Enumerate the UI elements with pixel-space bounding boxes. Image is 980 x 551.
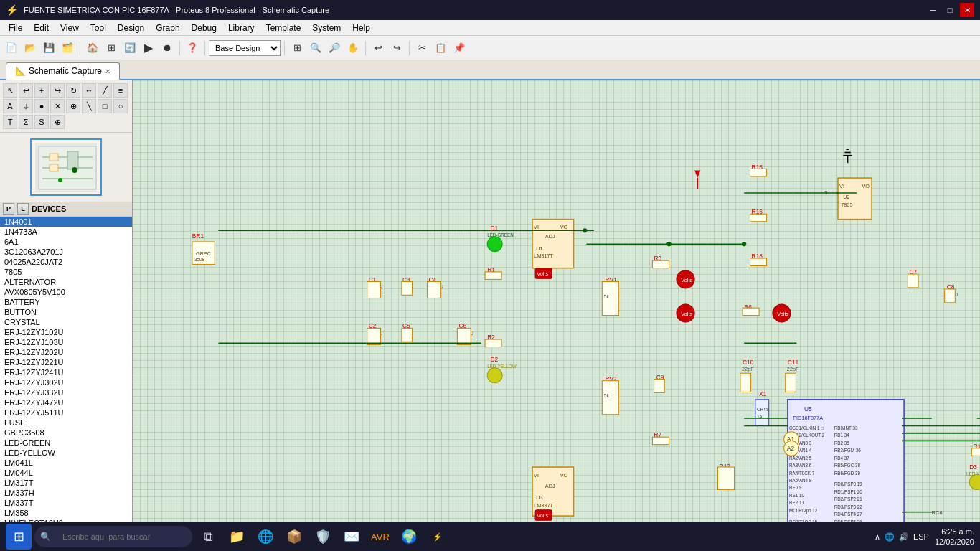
device-item[interactable]: 04025A220JAT2 <box>0 257 132 267</box>
junction-tool[interactable]: ● <box>34 99 49 113</box>
file-explorer-icon[interactable]: 📁 <box>225 525 248 548</box>
search-bar[interactable]: 🔍 <box>34 526 192 547</box>
device-item[interactable]: LM044L <box>0 468 132 478</box>
device-item[interactable]: ERJ-12ZYJ332U <box>0 387 132 397</box>
start-button[interactable]: ⊞ <box>6 524 32 550</box>
no-connect-tool[interactable]: ✕ <box>50 99 65 113</box>
device-item[interactable]: GBPC3508 <box>0 428 132 438</box>
rotate-cw-tool[interactable]: ↻ <box>66 83 80 98</box>
zoom-fit[interactable]: ⊞ <box>288 39 306 57</box>
redo-tool[interactable]: ↪ <box>50 83 65 98</box>
design-dropdown[interactable]: Base Design <box>209 40 281 56</box>
schematic-canvas[interactable]: BR1 GBPC 3508 C1 4700U C2 4700U C3 100n … <box>133 80 980 531</box>
device-item[interactable]: 3C12063A2701J <box>0 247 132 257</box>
grid-btn[interactable]: ⊞ <box>103 39 120 57</box>
device-item[interactable]: LM041L <box>0 458 132 468</box>
bus-tool[interactable]: ≡ <box>113 83 128 98</box>
task-view-btn[interactable]: ⧉ <box>197 525 220 548</box>
pan-btn[interactable]: ✋ <box>344 39 362 57</box>
device-item[interactable]: CRYSTAL <box>0 317 132 327</box>
home-btn[interactable]: 🏠 <box>84 39 101 57</box>
symbol-tool[interactable]: Σ <box>19 115 33 129</box>
open-btn[interactable]: 📂 <box>22 39 39 57</box>
schematic-tab[interactable]: 📐 Schematic Capture ✕ <box>6 62 120 80</box>
script-tool[interactable]: S <box>34 115 49 129</box>
device-item[interactable]: ALTERNATOR <box>0 277 132 287</box>
device-item[interactable]: 1N4001 <box>0 217 132 227</box>
zoom-out[interactable]: 🔎 <box>326 39 343 57</box>
copy-btn[interactable]: 📋 <box>432 39 449 57</box>
device-item[interactable]: LM337H <box>0 488 132 498</box>
cut-btn[interactable]: ✂ <box>413 39 430 57</box>
menu-debug[interactable]: Debug <box>186 22 222 34</box>
device-item[interactable]: AVX0805Y5V100 <box>0 287 132 297</box>
menu-template[interactable]: Template <box>260 22 307 34</box>
menu-tool[interactable]: Tool <box>85 22 112 34</box>
device-item[interactable]: LED-YELLOW <box>0 448 132 458</box>
device-item[interactable]: LED-GREEN <box>0 438 132 448</box>
device-item[interactable]: 6A1 <box>0 237 132 247</box>
undo-btn[interactable]: ↩ <box>369 39 387 57</box>
security-icon[interactable]: 🛡️ <box>311 525 334 548</box>
menu-graph[interactable]: Graph <box>150 22 185 34</box>
close-button[interactable]: ✕ <box>960 3 974 17</box>
power-tool[interactable]: ⏚ <box>19 99 33 113</box>
device-item[interactable]: ERJ-12ZYJ241U <box>0 367 132 377</box>
menu-system[interactable]: System <box>306 22 347 34</box>
menu-help[interactable]: Help <box>347 22 376 34</box>
zoom-in[interactable]: 🔍 <box>307 39 324 57</box>
device-item[interactable]: LM358 <box>0 508 132 518</box>
component-tool[interactable]: + <box>34 83 49 98</box>
device-item[interactable]: ERJ-12ZYJ472U <box>0 397 132 408</box>
wire-tool[interactable]: ╱ <box>98 83 112 98</box>
devices-p-btn[interactable]: P <box>3 203 14 215</box>
line-tool[interactable]: ╲ <box>82 99 96 113</box>
mail-icon[interactable]: ✉️ <box>340 525 363 548</box>
device-item[interactable]: ERJ-12ZYJ302U <box>0 377 132 387</box>
device-item[interactable]: ERJ-12ZYJ103U <box>0 337 132 347</box>
proteus-icon[interactable]: ⚡ <box>426 525 449 548</box>
device-item[interactable]: ERJ-12ZYJ511U <box>0 408 132 418</box>
text-tool[interactable]: T <box>3 115 17 129</box>
device-item[interactable]: 7805 <box>0 267 132 277</box>
device-item[interactable]: ERJ-12ZYJ221U <box>0 357 132 367</box>
menu-library[interactable]: Library <box>222 22 260 34</box>
menu-file[interactable]: File <box>3 22 28 34</box>
save-all-btn[interactable]: 🗂️ <box>59 39 76 57</box>
menu-edit[interactable]: Edit <box>28 22 55 34</box>
maximize-button[interactable]: □ <box>943 3 957 17</box>
device-item[interactable]: BATTERY <box>0 297 132 307</box>
devices-l-btn[interactable]: L <box>17 203 29 215</box>
paste-btn[interactable]: 📌 <box>451 39 468 57</box>
rect-tool[interactable]: □ <box>98 99 112 113</box>
rotate-btn[interactable]: 🔄 <box>121 39 138 57</box>
device-item[interactable]: ERJ-12ZYJ202U <box>0 347 132 357</box>
move-tool[interactable]: ⊕ <box>50 115 65 129</box>
save-btn[interactable]: 💾 <box>40 39 57 57</box>
edge-icon[interactable]: 🌐 <box>254 525 277 548</box>
new-btn[interactable]: 📄 <box>3 39 20 57</box>
chrome-icon[interactable]: 🌍 <box>397 525 420 548</box>
menu-design[interactable]: Design <box>112 22 150 34</box>
device-item[interactable]: LM337T <box>0 498 132 508</box>
search-input[interactable] <box>54 526 183 547</box>
ellipse-tool[interactable]: ○ <box>113 99 128 113</box>
select-tool[interactable]: ↖ <box>3 83 17 98</box>
tab-close-btn[interactable]: ✕ <box>105 67 110 75</box>
device-item[interactable]: BUTTON <box>0 307 132 317</box>
device-list[interactable]: 1N40011N4733A6A13C12063A2701J04025A220JA… <box>0 217 132 531</box>
device-item[interactable]: LM317T <box>0 478 132 488</box>
redo-btn[interactable]: ↪ <box>388 39 405 57</box>
mirror-tool[interactable]: ↔ <box>82 83 96 98</box>
undo-tool[interactable]: ↩ <box>19 83 33 98</box>
minimize-button[interactable]: ─ <box>925 3 940 17</box>
rec-btn[interactable]: ⏺ <box>159 39 176 57</box>
store-icon[interactable]: 📦 <box>283 525 306 548</box>
probe-tool[interactable]: ⊕ <box>66 99 80 113</box>
avr-icon[interactable]: AVR <box>369 525 392 548</box>
play-btn[interactable]: ▶ <box>140 39 157 57</box>
device-item[interactable]: 1N4733A <box>0 227 132 237</box>
label-tool[interactable]: A <box>3 99 17 113</box>
tb-q-btn[interactable]: ❓ <box>184 39 201 57</box>
menu-view[interactable]: View <box>55 22 85 34</box>
